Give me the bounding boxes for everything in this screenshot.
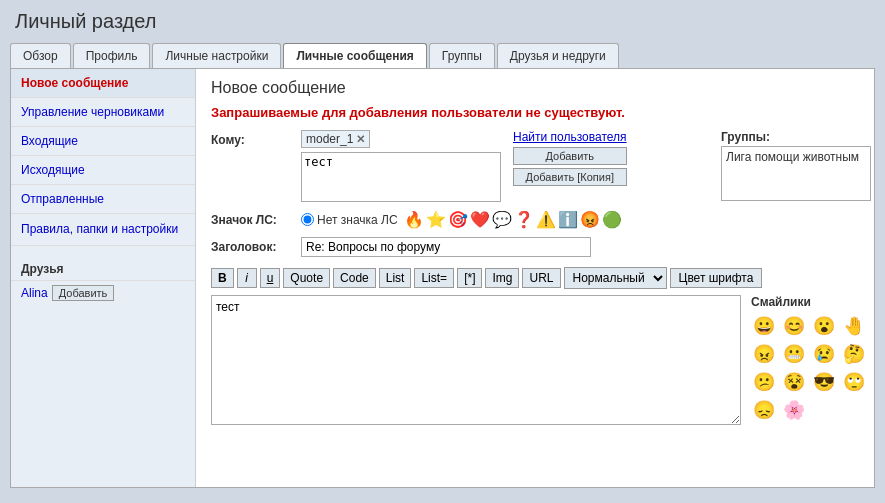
warning-icon[interactable]: ⚠️ — [536, 210, 556, 229]
to-row: Кому: moder_1 ✕ тест Найти пользователя — [211, 130, 871, 202]
sidebar-friends-list: Alina Добавить — [11, 281, 195, 305]
smiley-13[interactable]: 😞 — [751, 397, 777, 423]
smileys-title: Смайлики — [751, 295, 871, 309]
groups-listbox[interactable]: Лига помощи животным — [721, 146, 871, 201]
no-icon-text: Нет значка ЛС — [317, 213, 398, 227]
add-buttons-group: Найти пользователя Добавить Добавить [Ко… — [513, 130, 627, 186]
tab-profile[interactable]: Профиль — [73, 43, 151, 68]
sidebar-sent[interactable]: Отправленные — [11, 185, 195, 214]
color-button[interactable]: Цвет шрифта — [670, 268, 763, 288]
tab-groups[interactable]: Группы — [429, 43, 495, 68]
remove-recipient-button[interactable]: ✕ — [356, 133, 365, 146]
star-icon[interactable]: ⭐ — [426, 210, 446, 229]
smiley-7[interactable]: 😢 — [811, 341, 837, 367]
italic-button[interactable]: i — [237, 268, 257, 288]
page-wrapper: Личный раздел Обзор Профиль Личные настр… — [0, 0, 885, 503]
sidebar-inbox[interactable]: Входящие — [11, 127, 195, 156]
angry-icon[interactable]: 😡 — [580, 210, 600, 229]
groups-label: Группы: — [721, 130, 871, 144]
tabs-bar: Обзор Профиль Личные настройки Личные со… — [0, 39, 885, 68]
smiley-8[interactable]: 🤔 — [841, 341, 867, 367]
smiley-2[interactable]: 😊 — [781, 313, 807, 339]
message-textarea[interactable]: тест — [211, 295, 741, 425]
subject-input[interactable] — [301, 237, 591, 257]
recipient-row: moder_1 ✕ — [301, 130, 501, 148]
recipient-tag: moder_1 ✕ — [301, 130, 370, 148]
heart-icon[interactable]: ❤️ — [470, 210, 490, 229]
to-textarea[interactable]: тест — [301, 152, 501, 202]
toolbar: B i u Quote Code List List= [*] Img URL … — [211, 267, 871, 289]
editor-area: тест Смайлики 😀 😊 😮 🤚 😠 😬 😢 🤔 😕 😵 — [211, 295, 871, 425]
add-button[interactable]: Добавить — [513, 147, 627, 165]
code-button[interactable]: Code — [333, 268, 376, 288]
content-area: Новое сообщение Запрашиваемые для добавл… — [196, 69, 885, 487]
star-button[interactable]: [*] — [457, 268, 482, 288]
font-select[interactable]: Нормальный — [564, 267, 667, 289]
list-equal-button[interactable]: List= — [414, 268, 454, 288]
tab-obzor[interactable]: Обзор — [10, 43, 71, 68]
smiley-6[interactable]: 😬 — [781, 341, 807, 367]
quote-button[interactable]: Quote — [283, 268, 330, 288]
icon-options: Нет значка ЛС 🔥 ⭐ 🎯 ❤️ 💬 ❓ ⚠️ ℹ️ 😡 🟢 — [301, 210, 622, 229]
flame-icon[interactable]: 🔥 — [404, 210, 424, 229]
friend-alina-link[interactable]: Alina — [21, 286, 48, 300]
list-button[interactable]: List — [379, 268, 412, 288]
bold-button[interactable]: B — [211, 268, 234, 288]
smiley-3[interactable]: 😮 — [811, 313, 837, 339]
img-button[interactable]: Img — [485, 268, 519, 288]
sidebar-rules[interactable]: Правила, папки и настройки — [11, 214, 195, 246]
sidebar-outbox[interactable]: Исходящие — [11, 156, 195, 185]
group-item[interactable]: Лига помощи животным — [724, 149, 868, 165]
page-title: Личный раздел — [0, 0, 885, 39]
sidebar-friends-section: Друзья — [11, 254, 195, 281]
tab-friends[interactable]: Друзья и недруги — [497, 43, 619, 68]
sidebar-drafts[interactable]: Управление черновиками — [11, 98, 195, 127]
subject-row: Заголовок: — [211, 237, 871, 257]
error-message: Запрашиваемые для добавления пользовател… — [211, 105, 871, 120]
tab-messages[interactable]: Личные сообщения — [283, 43, 426, 68]
icon-row: Значок ЛС: Нет значка ЛС 🔥 ⭐ 🎯 ❤️ 💬 ❓ ⚠️… — [211, 210, 871, 229]
sidebar: Новое сообщение Управление черновиками В… — [11, 69, 196, 487]
smileys-panel: Смайлики 😀 😊 😮 🤚 😠 😬 😢 🤔 😕 😵 😎 🙄 — [751, 295, 871, 425]
sidebar-new-message[interactable]: Новое сообщение — [11, 69, 195, 98]
smiley-11[interactable]: 😎 — [811, 369, 837, 395]
smiley-10[interactable]: 😵 — [781, 369, 807, 395]
subject-label: Заголовок: — [211, 237, 301, 254]
recipient-name: moder_1 — [306, 132, 353, 146]
no-icon-option[interactable]: Нет значка ЛС — [301, 213, 398, 227]
smiley-1[interactable]: 😀 — [751, 313, 777, 339]
speech-icon[interactable]: 💬 — [492, 210, 512, 229]
question-icon[interactable]: ❓ — [514, 210, 534, 229]
add-friend-button[interactable]: Добавить — [52, 285, 115, 301]
main-content: Новое сообщение Управление черновиками В… — [10, 68, 875, 488]
info-icon[interactable]: ℹ️ — [558, 210, 578, 229]
ls-icon-label: Значок ЛС: — [211, 210, 301, 227]
underline-button[interactable]: u — [260, 268, 281, 288]
smiley-12[interactable]: 🙄 — [841, 369, 867, 395]
smileys-grid: 😀 😊 😮 🤚 😠 😬 😢 🤔 😕 😵 😎 🙄 😞 🌸 — [751, 313, 871, 423]
target-icon[interactable]: 🎯 — [448, 210, 468, 229]
add-copy-button[interactable]: Добавить [Копия] — [513, 168, 627, 186]
tab-settings[interactable]: Личные настройки — [152, 43, 281, 68]
to-input-group: moder_1 ✕ тест — [301, 130, 501, 202]
smiley-9[interactable]: 😕 — [751, 369, 777, 395]
groups-box: Группы: Лига помощи животным — [701, 130, 871, 201]
green-circle-icon[interactable]: 🟢 — [602, 210, 622, 229]
smiley-5[interactable]: 😠 — [751, 341, 777, 367]
to-field-area: moder_1 ✕ тест Найти пользователя Добави… — [301, 130, 701, 202]
smiley-4[interactable]: 🤚 — [841, 313, 867, 339]
to-label: Кому: — [211, 130, 301, 147]
content-title: Новое сообщение — [211, 79, 871, 97]
find-user-link[interactable]: Найти пользователя — [513, 130, 627, 144]
no-icon-radio[interactable] — [301, 213, 314, 226]
smiley-14[interactable]: 🌸 — [781, 397, 807, 423]
url-button[interactable]: URL — [522, 268, 560, 288]
